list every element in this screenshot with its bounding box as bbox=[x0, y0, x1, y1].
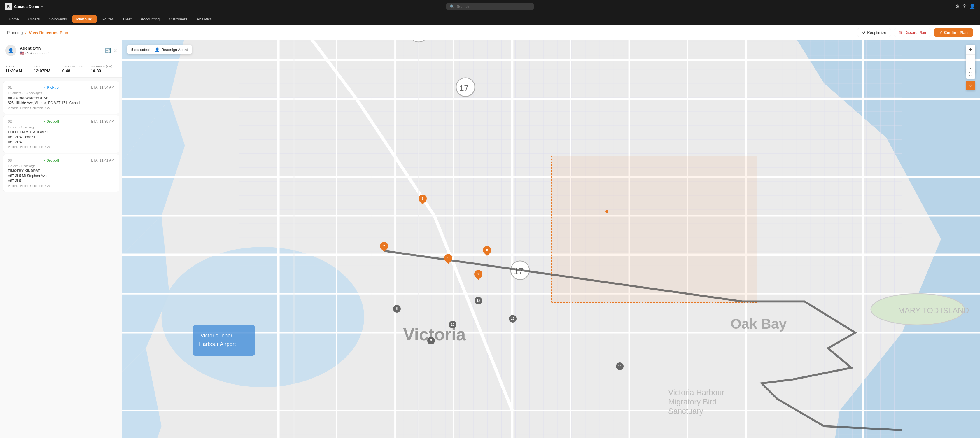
stop-01-meta: 13 orders · 13 packages bbox=[8, 91, 115, 95]
stops-list: 01 Pickup ETA: 11:34 AM 13 orders · 13 p… bbox=[0, 78, 122, 438]
subnav-accounting[interactable]: Accounting bbox=[137, 15, 164, 23]
svg-text:Harbour Airport: Harbour Airport bbox=[199, 341, 236, 347]
map-toolbar: 5 selected 👤 Reassign Agent bbox=[127, 45, 192, 54]
company-name: Canada Demo bbox=[14, 5, 40, 9]
stop-01-type: Pickup bbox=[45, 86, 59, 89]
stop-03-city: Victoria, British Columbia, CA bbox=[8, 184, 115, 187]
stat-total-hours: TOTAL HOURS 0.48 bbox=[62, 65, 89, 73]
stop-01-company: VICTORIA WAREHOUSE bbox=[8, 96, 115, 100]
settings-icon[interactable]: ⚙ bbox=[955, 3, 959, 10]
fullscreen-button[interactable]: ⛶ bbox=[966, 70, 975, 79]
subnav-routes[interactable]: Routes bbox=[98, 15, 118, 23]
breadcrumb-separator: / bbox=[25, 30, 27, 35]
svg-text:Oak Bay: Oak Bay bbox=[731, 316, 787, 332]
brand[interactable]: R Canada Demo ▾ bbox=[5, 3, 43, 10]
subnav-analytics[interactable]: Analytics bbox=[192, 15, 216, 23]
help-icon[interactable]: ? bbox=[963, 3, 966, 10]
reassign-icon: 👤 bbox=[154, 47, 159, 52]
subnav: Home Orders Shipments Planning Routes Fl… bbox=[0, 13, 980, 25]
subnav-fleet[interactable]: Fleet bbox=[119, 15, 135, 23]
profile-icon[interactable]: 👤 bbox=[969, 3, 975, 10]
subnav-home[interactable]: Home bbox=[5, 15, 23, 23]
svg-text:Sanctuary: Sanctuary bbox=[668, 407, 703, 416]
map-controls-bottom: ⛶ ⊹ bbox=[966, 70, 975, 90]
stop-02-type: Dropoff bbox=[44, 119, 59, 124]
map-pin-2[interactable]: 2 bbox=[380, 242, 388, 252]
stop-03-meta: 1 order · 1 package bbox=[8, 164, 115, 168]
subnav-customers[interactable]: Customers bbox=[165, 15, 191, 23]
svg-text:MARY TOD ISLAND: MARY TOD ISLAND bbox=[898, 306, 969, 315]
agent-name: Agent QYN bbox=[20, 46, 102, 51]
map-pin-9[interactable]: 9 bbox=[427, 337, 435, 344]
stop-03-header: 03 Dropoff ETA: 11:41 AM bbox=[8, 158, 115, 162]
stop-01-header: 01 Pickup ETA: 11:34 AM bbox=[8, 86, 115, 89]
zoom-out-button[interactable]: − bbox=[966, 54, 975, 64]
discard-plan-button[interactable]: 🗑 Discard Plan bbox=[894, 28, 931, 37]
company-dropdown-icon[interactable]: ▾ bbox=[41, 5, 43, 8]
selected-count: 5 selected bbox=[131, 48, 150, 52]
left-panel: 👤 Agent QYN 🇺🇸 (504) 222-2228 🔄 ✕ START … bbox=[0, 40, 123, 438]
stop-02-header: 02 Dropoff ETA: 11:39 AM bbox=[8, 119, 115, 124]
svg-text:Victoria Harbour: Victoria Harbour bbox=[668, 388, 724, 397]
stop-03-number: 03 bbox=[8, 158, 12, 162]
reoptimize-button[interactable]: ↺ Reoptimize bbox=[857, 28, 891, 37]
discard-icon: 🗑 bbox=[899, 30, 903, 35]
stop-03-address: V8T 3L5 Mt Stephen AveV8T 3L5 bbox=[8, 173, 115, 183]
map-area[interactable]: Victoria Oak Bay Victoria Harbour Migrat… bbox=[123, 40, 980, 438]
confirm-icon: ✓ bbox=[939, 30, 942, 35]
reassign-agent-button[interactable]: 👤 Reassign Agent bbox=[154, 47, 188, 52]
confirm-plan-button[interactable]: ✓ Confirm Plan bbox=[934, 28, 973, 37]
stat-distance: DISTANCE (KM) 10.30 bbox=[91, 65, 117, 73]
stop-01-number: 01 bbox=[8, 86, 12, 89]
agent-avatar: 👤 bbox=[5, 45, 16, 56]
subnav-planning[interactable]: Planning bbox=[72, 15, 97, 23]
map-pin-start-dot bbox=[606, 210, 608, 213]
stop-item[interactable]: 02 Dropoff ETA: 11:39 AM 1 order · 1 pac… bbox=[3, 115, 119, 153]
map-pin-7[interactable]: 7 bbox=[474, 270, 482, 280]
stop-01-city: Victoria, British Columbia, CA bbox=[8, 106, 115, 110]
header-actions: ↺ Reoptimize 🗑 Discard Plan ✓ Confirm Pl… bbox=[857, 28, 973, 37]
svg-text:Migratory Bird: Migratory Bird bbox=[668, 397, 717, 406]
zoom-in-button[interactable]: + bbox=[966, 45, 975, 54]
stop-03-type: Dropoff bbox=[44, 158, 59, 162]
stop-item[interactable]: 01 Pickup ETA: 11:34 AM 13 orders · 13 p… bbox=[3, 81, 119, 114]
stop-03-eta: ETA: 11:41 AM bbox=[91, 158, 115, 162]
stop-02-number: 02 bbox=[8, 119, 12, 124]
stop-01-eta: ETA: 11:34 AM bbox=[91, 86, 115, 89]
map-pin-12[interactable]: 12 bbox=[474, 297, 482, 305]
stat-start: START 11:30AM bbox=[5, 65, 32, 73]
subnav-orders[interactable]: Orders bbox=[24, 15, 44, 23]
breadcrumb-current: View Deliveries Plan bbox=[29, 30, 68, 35]
subnav-shipments[interactable]: Shipments bbox=[45, 15, 71, 23]
stop-01-address: 625 Hillside Ave, Victoria, BC V8T 1Z1, … bbox=[8, 101, 115, 106]
svg-text:Victoria Inner: Victoria Inner bbox=[200, 332, 232, 338]
agent-actions: 🔄 ✕ bbox=[105, 48, 117, 53]
map-pin-3[interactable]: 3 bbox=[418, 195, 427, 205]
map-pin-8[interactable]: 8 bbox=[393, 305, 401, 313]
stop-item[interactable]: 03 Dropoff ETA: 11:41 AM 1 order · 1 pac… bbox=[3, 154, 119, 192]
map-pin-6[interactable]: 6 bbox=[483, 246, 491, 256]
breadcrumb-home[interactable]: Planning bbox=[7, 30, 23, 35]
svg-text:17: 17 bbox=[460, 83, 469, 93]
search-bar[interactable]: 🔍 bbox=[446, 3, 534, 10]
agent-flag: 🇺🇸 bbox=[20, 51, 24, 55]
agent-header: 👤 Agent QYN 🇺🇸 (504) 222-2228 🔄 ✕ bbox=[0, 40, 122, 61]
agent-phone: 🇺🇸 (504) 222-2228 bbox=[20, 51, 102, 55]
map-pin-5[interactable]: 5 bbox=[444, 254, 452, 264]
breadcrumb: Planning / View Deliveries Plan bbox=[7, 30, 68, 35]
stop-02-address: V8T 3R4 Cook StV8T 3R4 bbox=[8, 135, 115, 144]
map-toolbar-divider bbox=[152, 47, 152, 52]
stop-03-company: TIMOTHY KINDRAT bbox=[8, 169, 115, 173]
agent-stats: START 11:30AM END 12:07PM TOTAL HOURS 0.… bbox=[0, 61, 122, 78]
brand-logo: R bbox=[5, 3, 12, 10]
stop-02-city: Victoria, British Columbia, CA bbox=[8, 145, 115, 148]
agent-action-refresh-icon[interactable]: 🔄 bbox=[105, 48, 111, 53]
search-icon: 🔍 bbox=[450, 5, 454, 9]
map-pin-13[interactable]: 13 bbox=[509, 315, 517, 322]
stop-02-meta: 1 order · 1 package bbox=[8, 125, 115, 129]
lasso-tool-button[interactable]: ⊹ bbox=[966, 81, 975, 90]
map-pin-10[interactable]: 10 bbox=[449, 321, 457, 328]
agent-action-close-icon[interactable]: ✕ bbox=[113, 48, 117, 53]
search-input[interactable] bbox=[457, 5, 530, 9]
map-pin-14[interactable]: 14 bbox=[616, 362, 624, 370]
